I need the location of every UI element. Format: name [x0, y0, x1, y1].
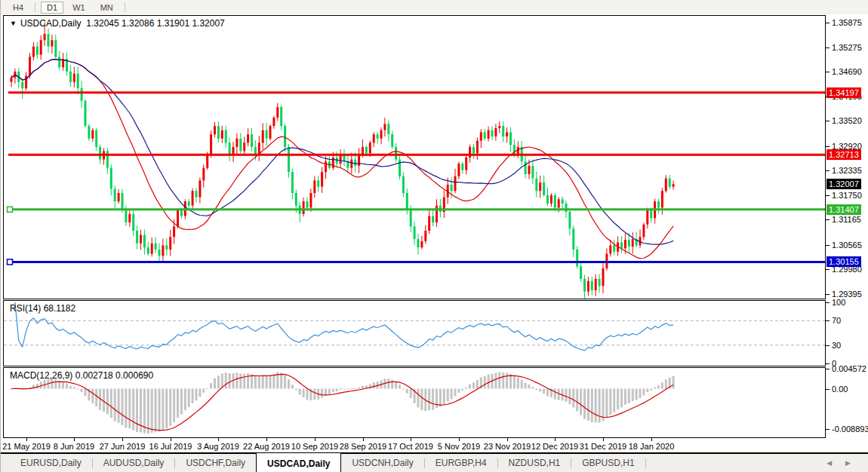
symbol-tab-gbpusd[interactable]: GBPUSD,H1 [571, 454, 645, 472]
axis-tick-mark [826, 363, 830, 364]
macd-title: MACD(12,26,9) 0.002718 0.000690 [10, 370, 153, 381]
date-tick-mark [555, 438, 556, 441]
macd-indicator-pane[interactable]: MACD(12,26,9) 0.002718 0.000690 [3, 367, 826, 438]
date-tick-mark [218, 438, 219, 441]
rsi-title: RSI(14) 68.1182 [10, 303, 75, 314]
chart-symbol-label: USDCAD,Daily [20, 18, 82, 29]
date-label: 27 Jun 2019 [100, 442, 146, 451]
axis-tick-mark [826, 345, 830, 346]
symbol-tab-nzdusd[interactable]: NZDUSD,H1 [498, 454, 571, 472]
axis-tick-mark [826, 195, 830, 196]
axis-tick-mark [826, 72, 830, 72]
symbol-tab-eurgbp[interactable]: EURGBP,H4 [425, 454, 497, 472]
date-label: 18 Jan 2020 [629, 442, 675, 451]
timeframe-button-w1[interactable]: W1 [66, 2, 91, 14]
rsi-indicator-pane[interactable]: RSI(14) 68.1182 [3, 300, 826, 366]
timeframe-button-h4[interactable]: H4 [7, 2, 29, 14]
rsi-axis-label: 100 [832, 298, 845, 307]
level-price-label: 1.34197 [826, 87, 861, 98]
axis-tick-mark [826, 302, 830, 303]
date-label: 22 Aug 2019 [243, 442, 290, 451]
date-label: 31 Dec 2019 [580, 442, 626, 451]
rsi-current-value: 68.1182 [44, 303, 76, 314]
date-tick-mark [363, 438, 364, 441]
axis-tick-mark [826, 146, 830, 147]
axis-tick-mark [826, 170, 830, 171]
date-label: 12 Dec 2019 [531, 442, 578, 451]
macd-axis-label: 0.00 [832, 385, 848, 394]
price-tick-label: 1.33520 [832, 116, 862, 125]
collapse-arrow-icon[interactable]: ▼ [10, 20, 17, 27]
tab-scroll-right-icon[interactable]: ▶ [845, 459, 851, 467]
level-price-label: 1.31407 [826, 204, 861, 215]
price-tick-label: 1.35875 [832, 18, 862, 27]
date-tick-mark [603, 438, 604, 441]
date-label: 16 Jul 2019 [149, 442, 192, 451]
axis-tick-mark [826, 429, 830, 430]
symbol-tab-usdchf[interactable]: USDCHF,Daily [175, 454, 256, 472]
symbol-tab-audusd[interactable]: AUDUSD,Daily [93, 454, 175, 472]
macd-name-label: MACD(12,26,9) [10, 370, 72, 381]
symbol-tab-eurusd[interactable]: EURUSD,Daily [10, 454, 92, 472]
tab-separator [645, 458, 646, 468]
price-tick-label: 1.34690 [832, 67, 862, 76]
price-tick-label: 1.31165 [832, 215, 861, 224]
axis-tick-mark [826, 294, 830, 295]
date-label: 28 Sep 2019 [340, 442, 386, 451]
price-tick-label: 1.30565 [832, 241, 862, 250]
macd-current-values: 0.002718 0.000690 [75, 370, 153, 381]
main-chart-pane[interactable]: ▼USDCAD,Daily 1.32045 1.32086 1.31901 1.… [3, 15, 826, 299]
axis-tick-mark [826, 389, 830, 390]
date-tick-mark [651, 438, 652, 441]
price-tick-label: 1.31750 [832, 191, 862, 200]
price-tick-label: 1.35275 [832, 43, 862, 52]
chart-ohlc-values: 1.32045 1.32086 1.31901 1.32007 [86, 18, 225, 29]
date-label: 5 Nov 2019 [438, 442, 480, 451]
axis-tick-mark [826, 23, 830, 23]
date-tick-mark [122, 438, 123, 441]
symbol-tab-usdcad[interactable]: USDCAD,Daily [256, 452, 341, 472]
timeframe-button-mn[interactable]: MN [94, 2, 119, 14]
date-label: 23 Nov 2019 [484, 442, 531, 451]
date-tick-mark [26, 438, 27, 441]
symbol-tab-bar: EURUSD,DailyAUDUSD,DailyUSDCHF,DailyUSDC… [1, 454, 868, 472]
date-label: 3 Aug 2019 [197, 442, 239, 451]
timeframe-toolbar: H4D1W1MN [1, 0, 868, 14]
date-tick-mark [266, 438, 267, 441]
price-tick-label: 1.32335 [832, 166, 862, 175]
trading-terminal-window: H4D1W1MN ▼USDCAD,Daily 1.32045 1.32086 1… [0, 0, 868, 472]
current-price-label: 1.32007 [826, 179, 861, 189]
macd-axis-label: 0.004572 [832, 364, 866, 373]
toolbar-separator [125, 2, 125, 12]
date-tick-mark [507, 438, 508, 441]
axis-tick-mark [826, 245, 830, 246]
chart-title: ▼USDCAD,Daily 1.32045 1.32086 1.31901 1.… [10, 18, 225, 29]
date-tick-mark [74, 438, 75, 441]
axis-tick-mark [826, 320, 830, 321]
date-label: 21 May 2019 [2, 442, 51, 451]
rsi-chart-canvas[interactable] [4, 301, 825, 366]
date-tick-mark [411, 438, 411, 441]
date-label: 8 Jun 2019 [54, 442, 94, 451]
macd-axis-label: -0.008893 [832, 424, 868, 434]
date-axis[interactable]: 21 May 20198 Jun 201927 Jun 201916 Jul 2… [4, 438, 826, 452]
tab-scroll-left-icon[interactable]: ◀ [826, 459, 832, 467]
axis-tick-mark [826, 121, 830, 121]
date-label: 10 Sep 2019 [291, 442, 338, 451]
rsi-axis-label: 30 [832, 341, 841, 350]
price-axis[interactable]: 1.358751.352751.346901.341051.335201.329… [826, 15, 868, 453]
rsi-name-label: RSI(14) [10, 303, 41, 314]
date-tick-mark [171, 438, 171, 441]
axis-tick-mark [826, 369, 830, 369]
level-price-label: 1.32713 [826, 149, 861, 160]
candlestick-chart-canvas[interactable] [4, 16, 825, 299]
date-label: 17 Oct 2019 [388, 442, 433, 451]
date-tick-mark [315, 438, 315, 441]
date-tick-mark [459, 438, 460, 441]
level-price-label: 1.30155 [826, 256, 861, 267]
timeframe-button-d1[interactable]: D1 [41, 2, 63, 14]
axis-tick-mark [826, 219, 830, 220]
axis-tick-mark [826, 48, 830, 48]
symbol-tab-usdcnh[interactable]: USDCNH,Daily [341, 454, 423, 472]
toolbar-separator [35, 2, 35, 12]
